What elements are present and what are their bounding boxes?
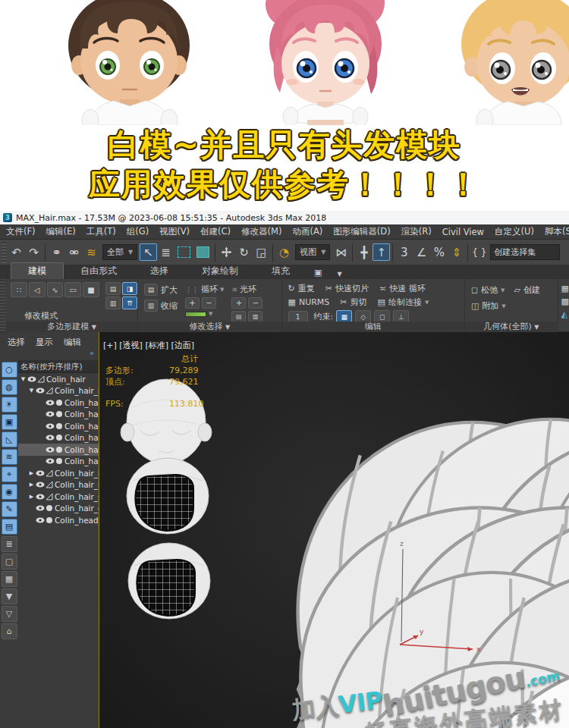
named-selection-sets-button[interactable]: { } xyxy=(470,243,488,261)
preview-subobj-button[interactable]: ◨ xyxy=(122,282,137,295)
preview-off-button[interactable]: ▤ xyxy=(105,282,121,295)
grow-button[interactable]: ▤ 扩大 xyxy=(144,284,178,296)
tree-item[interactable]: ▼ Colin_hair_bac xyxy=(18,385,99,397)
menu-scripting[interactable]: 脚本(S) xyxy=(545,226,569,237)
shrink-button[interactable]: ▥ 收缩 xyxy=(144,300,178,312)
visibility-eye-icon[interactable] xyxy=(36,482,45,488)
visibility-eye-icon[interactable] xyxy=(46,423,55,429)
pivot-button[interactable]: ◔ xyxy=(275,243,293,261)
visibility-eye-icon[interactable] xyxy=(36,494,45,500)
border-mode-button[interactable]: ∿ xyxy=(47,282,64,297)
loop-label[interactable]: 循环 xyxy=(201,284,218,295)
visibility-eye-icon[interactable] xyxy=(36,517,45,523)
visibility-eye-icon[interactable] xyxy=(46,411,55,417)
ribbon-config-icon[interactable]: ▣ xyxy=(307,266,329,279)
visibility-eye-icon[interactable] xyxy=(36,470,45,476)
expand-arrow-icon[interactable]: ▶ xyxy=(28,482,35,488)
tree-item[interactable]: ▼ Colin_hair xyxy=(18,373,99,385)
loop-shrink-button[interactable]: − xyxy=(202,297,216,309)
menu-civil-view[interactable]: Civil View xyxy=(442,227,484,237)
repeat-button[interactable]: ↻ 重复 xyxy=(288,283,315,294)
redo-button[interactable]: ↷ xyxy=(25,243,42,261)
filter-objects-icon[interactable]: ◉ xyxy=(2,484,17,500)
tree-item[interactable]: Colin_hair_b xyxy=(18,432,99,444)
visibility-eye-icon[interactable] xyxy=(46,458,55,464)
tree-item[interactable]: Colin_hair_b xyxy=(18,420,99,432)
filter-config-icon[interactable]: ▼ xyxy=(2,588,17,604)
menu-rendering[interactable]: 渲染(R) xyxy=(401,226,432,237)
visibility-eye-icon[interactable] xyxy=(46,435,55,441)
selection-filter-dropdown[interactable]: 全部 ▼ xyxy=(102,244,137,260)
menu-group[interactable]: 组(G) xyxy=(127,226,149,237)
tree-item-selected[interactable]: Colin_hair_b xyxy=(18,444,99,456)
filter-helpers-icon[interactable]: ◺ xyxy=(2,431,17,447)
unlink-selection-icon[interactable]: ⚮ xyxy=(65,243,83,261)
tree-item[interactable]: ▶ Colin_hair_bas xyxy=(18,479,99,491)
menu-customize[interactable]: 自定义(U) xyxy=(495,226,534,237)
tree-item[interactable]: Colin_head_dum xyxy=(18,514,99,526)
tab-freeform[interactable]: 自由形式 xyxy=(64,263,134,279)
nurms-toggle[interactable]: ▦ NURMS xyxy=(288,297,330,308)
create-selection-set-field[interactable]: 创建选择集 xyxy=(490,244,560,260)
ring-step-button[interactable]: ▥ xyxy=(248,311,262,322)
scale-button[interactable]: ◲ xyxy=(253,243,270,261)
menu-edit[interactable]: 编辑(E) xyxy=(46,226,76,237)
filter-materials-icon[interactable]: ▤ xyxy=(2,519,17,535)
tree-item[interactable]: ▶ Colin_hair_sid xyxy=(18,491,99,503)
tab-populate[interactable]: 填充 xyxy=(255,263,307,279)
select-object-button[interactable]: ↖ xyxy=(140,243,157,261)
menu-views[interactable]: 视图(V) xyxy=(159,226,190,237)
filter-spacewarps-icon[interactable]: ≋ xyxy=(2,449,17,465)
group-label-polygon-modeling[interactable]: 多边形建模 ▼ xyxy=(6,322,137,332)
filter-shapes-icon[interactable]: ✎ xyxy=(2,501,17,517)
polygon-mode-button[interactable]: ▭ xyxy=(64,282,81,297)
tab-modeling[interactable]: 建模 xyxy=(11,262,64,279)
reference-coordinate-dropdown[interactable]: 视图 ▼ xyxy=(295,244,330,260)
group-label-modify-selection[interactable]: 修改选择 ▼ xyxy=(138,322,281,332)
vertex-mode-button[interactable]: ∷ xyxy=(11,282,27,297)
spinner-snap-toggle[interactable]: ⇕ xyxy=(448,243,465,261)
mirror-button[interactable]: ⋈ xyxy=(332,243,350,261)
loop-slider[interactable] xyxy=(185,312,206,317)
container-icon[interactable]: ⌂ xyxy=(2,623,17,639)
toolbar-drag-handle[interactable] xyxy=(2,242,6,263)
funnel-filter-icon[interactable]: ▽ xyxy=(2,606,17,622)
element-mode-button[interactable]: ■ xyxy=(83,282,99,297)
move-button[interactable] xyxy=(218,243,235,261)
draw-connect-button[interactable]: ▤ 绘制连接 ▼ xyxy=(378,297,429,308)
group-label-edit[interactable]: 编辑 xyxy=(282,322,464,332)
relax-button[interactable]: ◻ 松弛 ▼ xyxy=(471,284,505,296)
menu-graph-editors[interactable]: 图形编辑器(D) xyxy=(333,226,390,237)
attach-button[interactable]: ◫ 附加 ▼ xyxy=(471,300,558,312)
tree-item[interactable]: Colin_hair_b xyxy=(18,409,99,421)
visibility-eye-icon[interactable] xyxy=(27,376,36,382)
percent-snap-toggle[interactable]: % xyxy=(430,243,448,261)
quick-slice-button[interactable]: ✂ 快速切片 xyxy=(325,283,369,294)
group-label-geometry[interactable]: 几何体(全部) ▼ xyxy=(465,322,558,332)
tab-object-paint[interactable]: 对象绘制 xyxy=(185,263,255,279)
tree-item[interactable]: Colin_hair_b xyxy=(18,456,99,468)
viewport-label[interactable]: [+] [透视] [标准] [边面] xyxy=(103,340,194,351)
filter-bones-icon[interactable]: ⌖ xyxy=(2,466,17,482)
rectangular-selection-region-button[interactable] xyxy=(178,246,190,258)
manipulate-button[interactable]: ╋ xyxy=(355,243,373,261)
visibility-eye-icon[interactable] xyxy=(36,505,45,511)
select-and-link-icon[interactable]: ⚭ xyxy=(48,243,65,261)
toggle-command-panel-button[interactable]: ⇈ xyxy=(122,297,137,309)
subdivision-icon[interactable]: ▦ xyxy=(561,284,569,293)
box-view-icon[interactable]: ▢ xyxy=(2,554,17,570)
tab-selection[interactable]: 选择 xyxy=(134,263,185,279)
explorer-menu-edit[interactable]: 编辑 xyxy=(64,337,81,348)
chevron-down-icon[interactable]: ▼ xyxy=(329,269,349,279)
menu-animation[interactable]: 动画(A) xyxy=(293,226,323,237)
ring-shrink-button[interactable]: − xyxy=(248,297,262,309)
menu-create[interactable]: 创建(C) xyxy=(200,226,231,237)
menu-modifiers[interactable]: 修改器(M) xyxy=(241,226,281,237)
filter-lights-icon[interactable]: ☀ xyxy=(2,397,17,413)
detail-view-icon[interactable]: ▦ xyxy=(2,571,17,587)
rotate-button[interactable]: ↻ xyxy=(235,243,253,261)
create-button[interactable]: ▱ 创建 xyxy=(514,284,539,296)
loop-grow-button[interactable]: + xyxy=(185,297,200,309)
ring-label[interactable]: 光环 xyxy=(240,284,256,295)
quick-loop-button[interactable]: ≍ 快速 循环 xyxy=(379,283,426,294)
